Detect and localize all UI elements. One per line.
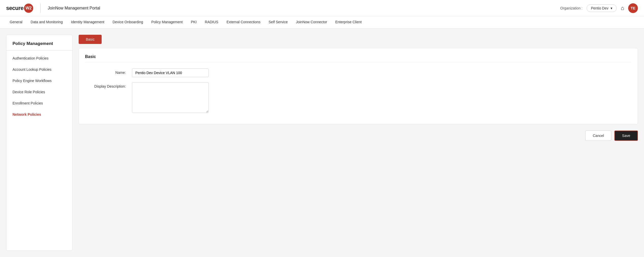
sidebar-title: Policy Management (6, 41, 72, 50)
tab-basic[interactable]: Basic (79, 35, 102, 44)
name-label: Name: (85, 68, 126, 75)
header-right: Organization : Pentio Dev ▾ ⌂ TE (560, 3, 638, 13)
sidebar-item-device-role[interactable]: Device Role Policies (6, 86, 72, 98)
sidebar-item-account-lookup[interactable]: Account Lookup Policies (6, 64, 72, 75)
nav-item-self-service[interactable]: Self Service (265, 17, 291, 28)
logo-badge: W2 (24, 4, 33, 13)
portal-title: JoinNow Management Portal (48, 6, 100, 10)
nav-item-enterprise-client[interactable]: Enterprise Client (332, 17, 365, 28)
nav-item-device-onboarding[interactable]: Device Onboarding (109, 17, 147, 28)
description-label: Display Description: (85, 82, 126, 88)
sidebar-divider (6, 50, 72, 51)
home-button[interactable]: ⌂ (621, 5, 624, 11)
nav-item-data-monitoring[interactable]: Data and Monitoring (27, 17, 66, 28)
form-card-title: Basic (85, 54, 631, 62)
sidebar-item-policy-engine[interactable]: Policy Engine Workflows (6, 75, 72, 86)
logo: secure W2 (6, 4, 33, 13)
name-input[interactable] (132, 68, 209, 77)
home-icon: ⌂ (621, 5, 624, 11)
org-selector[interactable]: Pentio Dev ▾ (587, 4, 616, 12)
org-selected-value: Pentio Dev (591, 6, 608, 10)
nav-item-policy-management[interactable]: Policy Management (148, 17, 186, 28)
header: secure W2 JoinNow Management Portal Orga… (0, 0, 644, 16)
description-row: Display Description: (85, 82, 631, 113)
main-container: Policy Management Authentication Policie… (0, 29, 644, 257)
nav-item-pki[interactable]: PKI (187, 17, 200, 28)
content-area: Basic Basic Name: Display Description: C… (79, 35, 638, 251)
nav-item-general[interactable]: General (6, 17, 26, 28)
org-label: Organization : (560, 6, 582, 10)
nav-item-identity[interactable]: Identity Management (67, 17, 108, 28)
nav-bar: General Data and Monitoring Identity Man… (0, 16, 644, 29)
form-card: Basic Name: Display Description: (79, 48, 638, 124)
tab-bar: Basic (79, 35, 638, 44)
nav-item-external-connections[interactable]: External Connections (223, 17, 264, 28)
avatar: TE (628, 3, 638, 13)
sidebar-item-auth-policies[interactable]: Authentication Policies (6, 53, 72, 64)
sidebar-item-enrollment[interactable]: Enrollment Policies (6, 98, 72, 109)
cancel-button[interactable]: Cancel (585, 131, 611, 141)
save-button[interactable]: Save (614, 131, 638, 141)
nav-item-joinnow-connector[interactable]: JoinNow Connector (292, 17, 331, 28)
header-divider (40, 4, 41, 13)
description-textarea[interactable] (132, 82, 209, 113)
logo-area: secure W2 JoinNow Management Portal (6, 4, 100, 13)
logo-text: secure (6, 5, 23, 11)
chevron-down-icon: ▾ (611, 6, 612, 10)
name-row: Name: (85, 68, 631, 77)
sidebar: Policy Management Authentication Policie… (6, 35, 73, 251)
action-bar: Cancel Save (79, 131, 638, 141)
sidebar-item-network-policies[interactable]: Network Policies (6, 109, 72, 120)
nav-item-radius[interactable]: RADIUS (201, 17, 222, 28)
